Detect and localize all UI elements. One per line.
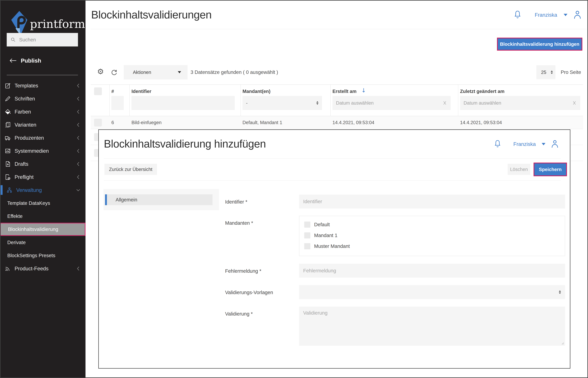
search-placeholder: Suchen (19, 37, 36, 43)
sidebar-item-blockinhaltsvalidierung[interactable]: Blockinhaltsvalidierung (0, 223, 86, 236)
user-avatar-icon[interactable] (550, 139, 559, 149)
table-top-border (91, 84, 583, 85)
chevron-left-icon (76, 122, 81, 128)
mandant-option[interactable]: Default (299, 220, 565, 229)
created-date-filter-input[interactable]: Datum auswählen (332, 96, 451, 110)
add-validation-modal: Blockinhaltsvalidierung hinzufügen Franz… (98, 129, 570, 369)
modal-toolbar-divider (104, 180, 561, 181)
modal-title-divider (104, 159, 561, 159)
user-name[interactable]: Franziska (535, 12, 557, 18)
chevron-left-icon (76, 135, 81, 141)
sidebar-item-drafts[interactable]: Drafts (0, 157, 86, 171)
back-to-overview-button[interactable]: Zurück zur Übersicht (105, 164, 157, 175)
sidebar-item-templates[interactable]: Templates (0, 79, 86, 92)
identifier-filter-input[interactable] (131, 96, 235, 110)
bell-icon[interactable] (513, 10, 522, 20)
user-menu-caret-icon[interactable] (564, 14, 567, 16)
printformer-logo-icon (11, 10, 28, 36)
modal-title: Blockinhaltsvalidierung hinzufügen (104, 138, 266, 150)
checkbox-icon[interactable] (304, 222, 310, 228)
per-page-label: Pro Seite (561, 65, 581, 79)
chevron-down-icon (76, 187, 81, 193)
user-avatar-icon[interactable] (573, 10, 582, 20)
chevron-left-icon (76, 174, 81, 180)
column-header-identifier[interactable]: Identifier (131, 88, 151, 95)
identifier-input[interactable]: Identifier (299, 195, 565, 208)
sidebar-item-produzenten[interactable]: Produzenten (0, 131, 86, 144)
sidebar-item-product-feeds[interactable]: Product-Feeds (0, 262, 86, 275)
paint-bucket-icon (4, 108, 11, 115)
updated-date-filter-input[interactable]: Datum auswählen (460, 96, 580, 110)
per-page-select[interactable]: 25 (536, 65, 555, 79)
delete-button[interactable]: Löschen (508, 164, 530, 175)
clear-x-icon[interactable] (572, 100, 577, 106)
column-header-mandanten[interactable]: Mandant(en) (243, 88, 271, 95)
sidebar-item-preflight[interactable]: Preflight (0, 171, 86, 184)
user-name[interactable]: Franziska (513, 141, 536, 147)
active-tab-bar (105, 194, 107, 205)
sort-down-icon[interactable]: ↓ (361, 87, 366, 94)
pencil-icon (4, 95, 11, 102)
edit-square-icon (4, 82, 11, 89)
checkbox-icon[interactable] (304, 232, 310, 239)
chevron-left-icon (76, 82, 81, 89)
table-row[interactable]: 6 Bild-einfuegen Default, Mandant 1 14.4… (91, 116, 583, 129)
settings-gear-icon[interactable]: ⚙ (97, 68, 104, 75)
save-button[interactable]: Speichern (534, 162, 567, 176)
add-blockinhaltsvalidierung-button[interactable]: Blockinhaltsvalidierung hinzufügen (497, 38, 582, 51)
mandant-option[interactable]: Muster Mandant (299, 242, 565, 250)
mandant-filter-select[interactable]: - (243, 96, 322, 110)
bell-icon[interactable] (494, 139, 502, 149)
row-checkbox[interactable] (94, 119, 102, 126)
vorlagen-select[interactable] (299, 285, 565, 299)
chevron-left-icon (76, 265, 81, 272)
sidebar-item-varianten[interactable]: Varianten (0, 118, 86, 131)
sidebar-item-blocksettings-presets[interactable]: BlockSettings Presets (0, 249, 86, 262)
column-header-updated[interactable]: Zuletzt geändert am (460, 88, 505, 95)
validierung-textarea[interactable]: Validierung (299, 307, 565, 346)
clear-x-icon[interactable] (443, 100, 447, 106)
sidebar-item-template-datakeys[interactable]: Template DataKeys (0, 197, 86, 210)
select-all-checkbox[interactable] (94, 87, 102, 95)
sidebar-item-farben[interactable]: Farben (0, 105, 86, 118)
refresh-icon[interactable] (110, 68, 118, 76)
logo-text: printformer (30, 17, 97, 31)
validierung-label: Validierung * (225, 307, 253, 320)
header-user-area: Franziska (513, 10, 582, 20)
sidebar-item-schriften[interactable]: Schriften (0, 92, 86, 105)
truck-icon (4, 135, 11, 141)
tab-allgemein[interactable]: Allgemein (105, 194, 212, 205)
id-filter-input[interactable] (111, 96, 124, 110)
column-header-created[interactable]: Erstellt am (332, 88, 357, 95)
sidebar-item-verwaltung[interactable]: Verwaltung (0, 184, 86, 197)
search-input[interactable]: Suchen (7, 33, 78, 46)
fehlermeldung-input[interactable]: Fehlermeldung (299, 264, 565, 278)
resize-handle-icon[interactable] (561, 341, 564, 345)
back-to-publish-link[interactable]: Publish (9, 54, 41, 67)
mandanten-label: Mandanten * (225, 216, 253, 230)
chevron-left-icon (76, 108, 81, 115)
sidebar-item-systemmedien[interactable]: Systemmedien (0, 144, 86, 157)
identifier-label: Identifier * (225, 195, 247, 208)
pdf-file-icon (4, 161, 11, 167)
chevron-left-icon (76, 161, 81, 167)
user-menu-caret-icon[interactable] (542, 143, 545, 145)
chevron-left-icon (76, 95, 81, 102)
actions-dropdown[interactable]: Aktionen (124, 65, 188, 80)
mandant-option[interactable]: Mandant 1 (299, 231, 565, 240)
chevron-left-icon (76, 148, 81, 154)
page-title: Blockinhaltsvalidierungen (91, 9, 211, 21)
sidebar-item-effekte[interactable]: Effekte (0, 210, 86, 223)
fehlermeldung-label: Fehlermeldung * (225, 264, 261, 278)
search-icon (10, 37, 16, 43)
sidebar-item-derivate[interactable]: Derivate (0, 236, 86, 249)
back-label: Publish (21, 57, 41, 64)
spinner-arrows-icon (559, 290, 561, 294)
rss-feed-icon (4, 265, 11, 272)
sidebar-divider (7, 75, 78, 75)
org-chart-icon (6, 187, 13, 193)
checkbox-icon[interactable] (304, 243, 310, 249)
active-indicator-bar (0, 185, 3, 195)
arrow-left-icon (9, 58, 17, 64)
column-header-id[interactable]: # (111, 88, 114, 95)
